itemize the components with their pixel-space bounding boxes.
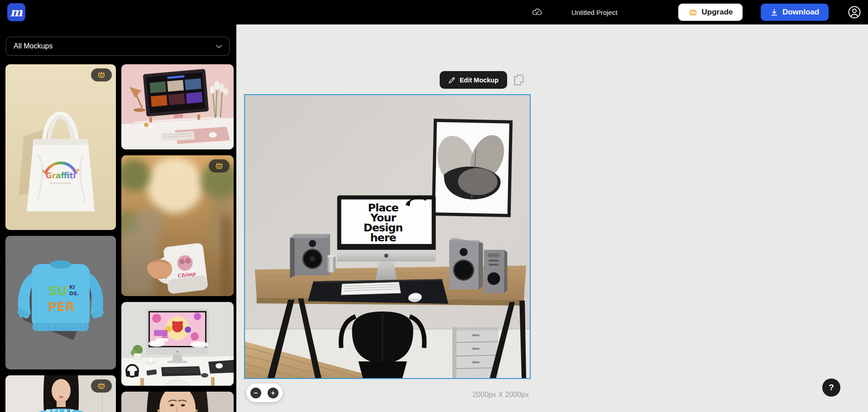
pencil-icon	[448, 77, 456, 84]
editor-canvas-area: Edit Mockup	[236, 24, 868, 412]
drawer-unit	[452, 327, 498, 378]
premium-badge	[209, 159, 230, 172]
speaker-right-small	[484, 250, 508, 293]
dropdown-value: All Mockups	[14, 42, 53, 50]
design-placeholder-line: here	[370, 231, 397, 244]
chevron-down-icon	[216, 42, 222, 50]
thumbnail-pink-desk[interactable]	[121, 64, 234, 149]
premium-badge	[91, 379, 112, 393]
sweatshirt-line-ds: DS.	[69, 291, 79, 297]
edit-mockup-button[interactable]: Edit Mockup	[440, 71, 507, 89]
thumbnail-tote-bag[interactable]: Graffiti playground	[5, 64, 116, 230]
tee-design-text: RELAX	[46, 408, 75, 412]
thumbnail-sweatshirt[interactable]: SU KI DS. PER	[5, 236, 116, 369]
sweatshirt-line-su: SU	[48, 284, 67, 298]
thumbnail-woman-blue-tee[interactable]: RELAX	[5, 375, 116, 412]
download-icon	[770, 8, 778, 16]
tote-design-subtext: playground	[50, 182, 71, 184]
app-logo[interactable]: m	[7, 3, 25, 21]
framed-art	[430, 119, 513, 217]
zoom-controls: − +	[246, 383, 283, 402]
sweatshirt-line-per: PER	[48, 300, 75, 314]
speaker-left	[290, 234, 330, 278]
crown-icon	[97, 71, 106, 79]
sweatshirt-line-ki: KI	[69, 284, 75, 290]
premium-badge	[91, 68, 112, 81]
mockup-scene: Place Your Design here	[245, 95, 530, 378]
download-button[interactable]: Download	[761, 4, 829, 21]
mockup-library-sidebar: All Mockups	[0, 24, 236, 412]
upgrade-label: Upgrade	[702, 8, 733, 17]
cloud-sync-icon	[532, 6, 544, 18]
zoom-in-button[interactable]: +	[268, 388, 278, 398]
zoom-out-button[interactable]: −	[250, 388, 261, 398]
top-bar: m Untitled Project Upgrade Download	[0, 0, 868, 24]
mockup-category-dropdown[interactable]: All Mockups	[6, 37, 230, 56]
thumbnail-imac-desk[interactable]	[121, 302, 234, 386]
crown-icon	[688, 8, 698, 16]
canvas-dimensions-label: 2000px X 2000px	[379, 391, 529, 399]
duplicate-mockup-icon[interactable]	[513, 74, 524, 86]
speaker-right-large	[449, 238, 483, 289]
thumbnail-coffee-mug[interactable]: Chimp	[121, 155, 234, 296]
mockup-canvas[interactable]: Place Your Design here	[244, 94, 531, 379]
project-title[interactable]: Untitled Project	[571, 0, 618, 24]
crown-icon	[97, 382, 106, 390]
upgrade-button[interactable]: Upgrade	[678, 4, 743, 21]
thumbnail-woman-white-top[interactable]	[121, 392, 234, 412]
tote-design-text: Graffiti	[46, 171, 76, 180]
help-button[interactable]: ?	[822, 378, 840, 397]
edit-mockup-label: Edit Mockup	[460, 77, 499, 84]
download-label: Download	[782, 8, 819, 17]
crown-icon	[215, 162, 224, 170]
account-avatar[interactable]	[848, 5, 861, 19]
